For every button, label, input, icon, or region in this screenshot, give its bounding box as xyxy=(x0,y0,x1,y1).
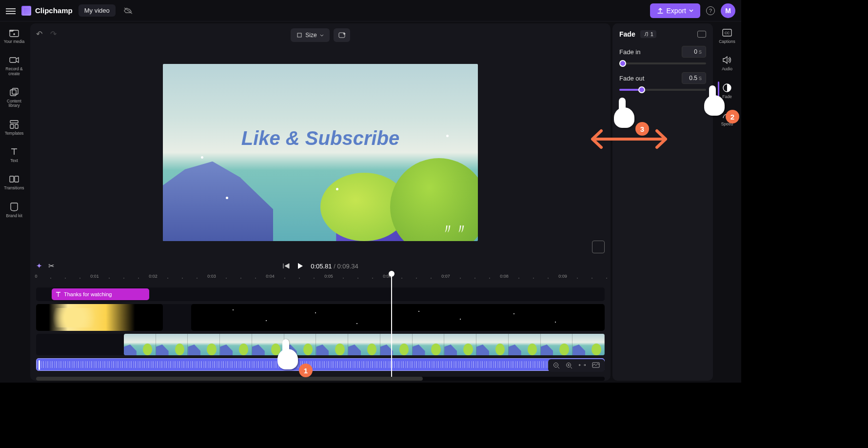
audio-clip[interactable] xyxy=(36,358,605,371)
panel-expand-button[interactable] xyxy=(697,31,706,38)
svg-rect-3 xyxy=(12,88,18,94)
fade-in-slider[interactable] xyxy=(619,62,706,64)
playback-controls: ✦ ✂ 0:05.81 / 0:09.34 xyxy=(30,258,611,274)
project-title[interactable]: My video xyxy=(79,4,116,17)
rail-templates[interactable]: Templates xyxy=(4,117,25,138)
timeline-ruler[interactable]: 00:010:020:030:040:050:060:070:080:09 xyxy=(30,274,611,285)
zoom-in-button[interactable] xyxy=(565,361,573,370)
app-name: Clipchamp xyxy=(35,6,73,15)
preview-canvas[interactable]: 〃〃 Like & Subscribe xyxy=(163,64,478,241)
video-track[interactable] xyxy=(36,334,605,355)
sparkle-icon xyxy=(337,31,346,39)
folder-plus-icon xyxy=(9,27,20,38)
fade-in-control: Fade in 0s xyxy=(619,46,706,64)
thumbnails-button[interactable] xyxy=(591,361,601,370)
text-icon xyxy=(9,146,20,157)
fade-out-slider-handle[interactable] xyxy=(638,86,645,93)
ai-enhance-button[interactable] xyxy=(334,28,350,42)
rail-content-library[interactable]: Content library xyxy=(0,85,28,110)
track-badge: 1 xyxy=(640,30,656,38)
captions-icon: CC xyxy=(722,27,732,38)
playback-time: 0:05.81 / 0:09.34 xyxy=(311,263,358,270)
redo-button[interactable]: ↷ xyxy=(50,29,57,39)
panel-title: Fade xyxy=(619,30,635,38)
library-icon xyxy=(9,87,20,98)
music-icon xyxy=(643,32,649,37)
scissors-button[interactable]: ✂ xyxy=(48,262,55,270)
fade-out-value[interactable]: 0.5s xyxy=(682,72,706,84)
canvas-area: 〃〃 Like & Subscribe xyxy=(30,47,611,258)
center-column: ↶ ↷ Size 〃〃 xyxy=(30,23,611,381)
fade-in-value[interactable]: 0s xyxy=(682,46,706,58)
chevron-down-icon xyxy=(320,34,324,37)
chevron-down-icon xyxy=(689,9,693,12)
canvas-overlay-text: Like & Subscribe xyxy=(241,127,400,149)
fade-out-slider[interactable] xyxy=(619,89,706,91)
cloud-off-icon[interactable] xyxy=(123,7,133,15)
left-rail: Your media Record & create Content libra… xyxy=(0,21,28,383)
timeline-scrollbar[interactable] xyxy=(36,377,605,381)
fade-icon xyxy=(722,82,732,93)
zoom-out-button[interactable] xyxy=(552,361,561,370)
size-dropdown[interactable]: Size xyxy=(291,28,329,42)
rail-fade[interactable]: Fade xyxy=(721,81,733,101)
svg-text:CC: CC xyxy=(725,31,730,35)
speaker-icon xyxy=(722,55,732,65)
magic-wand-button[interactable]: ✦ xyxy=(36,262,42,270)
fade-in-slider-handle[interactable] xyxy=(619,60,626,67)
audio-track[interactable] xyxy=(36,358,605,371)
rail-text[interactable]: Text xyxy=(8,144,20,165)
svg-rect-2 xyxy=(10,90,16,96)
rail-audio[interactable]: Audio xyxy=(721,53,733,73)
svg-rect-8 xyxy=(15,176,19,182)
overlay-clip-2[interactable] xyxy=(191,304,605,331)
speed-icon xyxy=(722,110,732,121)
svg-rect-7 xyxy=(10,176,14,182)
canvas-toolbar: Size xyxy=(30,23,611,47)
logo-icon xyxy=(21,6,31,16)
video-clip[interactable] xyxy=(124,334,605,355)
right-rail: CC Captions Audio Fade Speed xyxy=(713,21,741,383)
overlay-clip-1[interactable] xyxy=(36,304,163,331)
camera-icon xyxy=(9,55,20,65)
fullscreen-button[interactable] xyxy=(592,241,605,253)
overlay-track[interactable] xyxy=(36,304,605,331)
skip-start-button[interactable] xyxy=(282,263,290,269)
templates-icon xyxy=(9,119,20,130)
topbar: Clipchamp My video Export ? M xyxy=(0,0,741,21)
fade-panel: Fade 1 Fade in 0s xyxy=(612,23,713,381)
fade-out-label: Fade out xyxy=(619,75,644,82)
rail-your-media[interactable]: Your media xyxy=(3,25,26,46)
timeline-tools xyxy=(548,359,605,372)
svg-rect-5 xyxy=(10,124,14,128)
fit-button[interactable] xyxy=(577,361,587,370)
hamburger-menu-icon[interactable] xyxy=(6,7,16,15)
rail-transitions[interactable]: Transitions xyxy=(3,172,25,192)
crop-icon xyxy=(296,32,302,38)
text-clip[interactable]: Thanks for watching xyxy=(52,288,149,300)
upload-icon xyxy=(657,7,664,14)
undo-button[interactable]: ↶ xyxy=(36,29,42,39)
play-button[interactable] xyxy=(297,262,304,270)
svg-rect-1 xyxy=(10,58,16,62)
brand-kit-icon xyxy=(9,202,20,212)
rail-captions[interactable]: CC Captions xyxy=(718,25,736,46)
svg-rect-4 xyxy=(10,121,18,123)
svg-rect-9 xyxy=(297,33,301,37)
text-icon xyxy=(56,292,61,297)
export-button[interactable]: Export xyxy=(650,3,700,18)
user-avatar[interactable]: M xyxy=(721,3,735,18)
svg-rect-6 xyxy=(15,124,18,128)
fade-in-label: Fade in xyxy=(619,48,640,56)
rail-speed[interactable]: Speed xyxy=(720,108,734,128)
undo-redo-bar: ↶ ↷ xyxy=(36,29,57,39)
text-track[interactable]: Thanks for watching xyxy=(36,287,605,301)
help-button[interactable]: ? xyxy=(706,6,715,15)
rail-record-create[interactable]: Record & create xyxy=(0,53,28,78)
transitions-icon xyxy=(9,174,20,184)
rail-brand-kit[interactable]: Brand kit xyxy=(5,200,23,220)
app-logo[interactable]: Clipchamp xyxy=(21,6,73,16)
timeline: Thanks for watching xyxy=(30,285,611,377)
fade-out-control: Fade out 0.5s xyxy=(619,72,706,91)
